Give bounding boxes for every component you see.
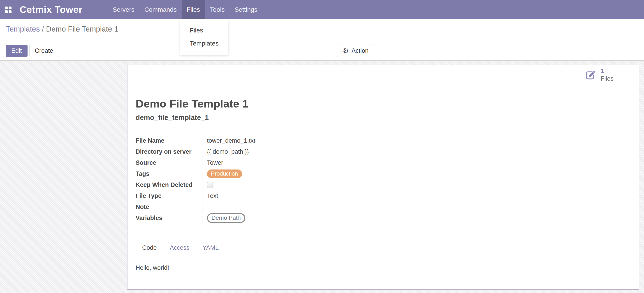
edit-button[interactable]: Edit — [6, 45, 28, 57]
field-value-keep-when-deleted — [202, 179, 631, 190]
action-button[interactable]: ⚙ Action — [337, 44, 374, 57]
tab-access[interactable]: Access — [163, 241, 196, 255]
breadcrumb-templates-link[interactable]: Templates — [6, 25, 40, 33]
nav-item-tools[interactable]: Tools — [205, 0, 230, 19]
dropdown-item-templates[interactable]: Templates — [180, 37, 228, 50]
main-menu: Servers Commands Files Tools Settings — [108, 0, 262, 19]
files-count: 1 — [601, 67, 614, 75]
field-value-tags: Production — [202, 168, 631, 179]
code-tab-content: Hello, world! — [136, 255, 631, 281]
create-button[interactable]: Create — [29, 45, 59, 57]
record-title: Demo File Template 1 — [136, 97, 631, 110]
nav-item-commands[interactable]: Commands — [140, 0, 182, 19]
top-navbar: Cetmix Tower Servers Commands Files Tool… — [0, 0, 644, 19]
breadcrumb-current: Demo File Template 1 — [46, 25, 118, 33]
field-value-source: Tower — [202, 157, 631, 168]
tab-code[interactable]: Code — [136, 241, 163, 255]
brand-title: Cetmix Tower — [16, 0, 92, 19]
sheet-body: Demo File Template 1 demo_file_template_… — [128, 97, 639, 281]
form-sheet: 1 Files Demo File Template 1 demo_file_t… — [127, 65, 639, 290]
field-label-file-type: File Type — [136, 190, 202, 202]
field-value-file-name: tower_demo_1.txt — [202, 135, 631, 146]
field-label-directory: Directory on server — [136, 146, 202, 157]
nav-item-servers[interactable]: Servers — [108, 0, 139, 19]
record-subtitle: demo_file_template_1 — [136, 114, 631, 122]
gear-icon: ⚙ — [343, 47, 349, 54]
field-value-directory: {{ demo_path }} — [202, 146, 631, 157]
field-label-keep-when-deleted: Keep When Deleted — [136, 179, 202, 190]
apps-grid-icon — [5, 6, 12, 13]
files-dropdown-menu: Files Templates — [180, 19, 228, 55]
keep-when-deleted-checkbox[interactable] — [207, 182, 213, 188]
nav-item-settings[interactable]: Settings — [230, 0, 262, 19]
breadcrumb-separator: / — [42, 25, 46, 33]
apps-menu-button[interactable] — [0, 0, 16, 19]
action-button-label: Action — [352, 47, 368, 54]
breadcrumb: Templates / Demo File Template 1 — [0, 19, 644, 33]
nav-item-files[interactable]: Files — [182, 0, 205, 19]
button-box: 1 Files — [128, 65, 639, 85]
field-label-variables: Variables — [136, 213, 202, 224]
content-background: 1 Files Demo File Template 1 demo_file_t… — [0, 61, 644, 293]
field-value-note — [202, 202, 631, 213]
tab-yaml[interactable]: YAML — [196, 241, 226, 255]
pencil-square-icon — [585, 70, 596, 80]
dropdown-item-files[interactable]: Files — [180, 24, 228, 37]
files-count-label: Files — [601, 75, 614, 83]
files-stat-button[interactable]: 1 Files — [577, 65, 639, 85]
field-group: File Name tower_demo_1.txt Directory on … — [136, 135, 631, 224]
field-label-tags: Tags — [136, 168, 202, 179]
control-panel: Templates / Demo File Template 1 Edit Cr… — [0, 19, 644, 61]
field-label-source: Source — [136, 157, 202, 168]
field-label-file-name: File Name — [136, 135, 202, 146]
field-value-variables: Demo Path — [202, 213, 631, 224]
stat-text: 1 Files — [601, 67, 614, 83]
tag-production[interactable]: Production — [207, 170, 242, 178]
variable-demo-path-pill[interactable]: Demo Path — [207, 213, 245, 223]
field-value-file-type: Text — [202, 190, 631, 202]
control-panel-buttons: Edit Create — [6, 45, 59, 57]
notebook-tabs: Code Access YAML — [136, 241, 631, 255]
field-label-note: Note — [136, 202, 202, 213]
